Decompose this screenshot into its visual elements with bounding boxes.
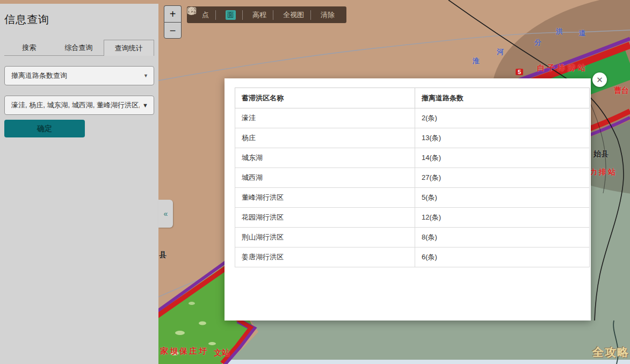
query-type-value: 撤离道路条数查询 bbox=[11, 71, 140, 81]
tool-full-extent-label: 全视图 bbox=[283, 10, 304, 20]
tab-query-statistics[interactable]: 查询统计 bbox=[104, 40, 154, 56]
tool-full-extent[interactable]: 全视图 bbox=[273, 10, 310, 20]
tool-elevation[interactable]: 高程 bbox=[243, 10, 273, 20]
road-count-cell: 2(条) bbox=[415, 108, 590, 128]
tool-area-label: 面 bbox=[226, 10, 236, 20]
road-count-cell: 27(条) bbox=[415, 168, 590, 188]
table-row: 城东湖14(条) bbox=[235, 148, 590, 168]
table-row: 花园湖行洪区12(条) bbox=[235, 208, 590, 228]
road-count-cell: 6(条) bbox=[415, 247, 590, 267]
table-row: 姜唐湖行洪区6(条) bbox=[235, 247, 590, 267]
chevron-left-double-icon: « bbox=[164, 209, 168, 218]
table-row: 濠洼2(条) bbox=[235, 108, 590, 128]
tab-bar: 搜索 综合查询 查询统计 bbox=[4, 40, 154, 56]
zoom-control: + − bbox=[164, 5, 182, 39]
evacuation-roads-table: 蓄滞洪区名称 撤离道路条数 濠洼2(条)杨庄13(条)城东湖14(条)城西湖27… bbox=[235, 88, 590, 267]
query-result-dialog: ✕ 蓄滞洪区名称 撤离道路条数 濠洼2(条)杨庄13(条)城东湖14(条)城西湖… bbox=[225, 78, 591, 321]
map-toolbar: 点 面 高程 全视图 bbox=[187, 6, 346, 23]
area-name-cell: 董峰湖行洪区 bbox=[235, 188, 415, 208]
query-type-select[interactable]: 撤离道路条数查询 ▼ bbox=[4, 66, 154, 85]
chevron-down-icon: ▼ bbox=[143, 73, 148, 78]
tab-search[interactable]: 搜索 bbox=[4, 40, 54, 56]
tool-clear[interactable]: 清除 bbox=[311, 10, 341, 20]
zoom-out-button[interactable]: − bbox=[164, 22, 182, 39]
road-count-cell: 13(条) bbox=[415, 128, 590, 148]
area-name-cell: 花园湖行洪区 bbox=[235, 208, 415, 228]
column-header-road-count: 撤离道路条数 bbox=[415, 88, 590, 108]
table-row: 城西湖27(条) bbox=[235, 168, 590, 188]
area-multiselect-value: 濠洼, 杨庄, 城东湖, 城西湖, 董峰湖行洪区, 花园湖行洪区, 荆山湖行洪区… bbox=[11, 100, 140, 110]
road-count-cell: 14(条) bbox=[415, 148, 590, 168]
road-count-cell: 12(条) bbox=[415, 208, 590, 228]
column-header-area-name: 蓄滞洪区名称 bbox=[235, 88, 415, 108]
chevron-down-icon: ▼ bbox=[142, 102, 148, 108]
close-icon[interactable]: ✕ bbox=[592, 72, 607, 87]
area-multiselect[interactable]: 濠洼, 杨庄, 城东湖, 城西湖, 董峰湖行洪区, 花园湖行洪区, 荆山湖行洪区… bbox=[4, 96, 154, 115]
area-name-cell: 濠洼 bbox=[235, 108, 415, 128]
table-row: 杨庄13(条) bbox=[235, 128, 590, 148]
tool-elevation-label: 高程 bbox=[252, 10, 266, 20]
tool-clear-label: 清除 bbox=[321, 10, 335, 20]
info-query-panel: 信息查询 搜索 综合查询 查询统计 撤离道路条数查询 ▼ 濠洼, 杨庄, 城东湖… bbox=[0, 4, 158, 364]
table-row: 荆山湖行洪区8(条) bbox=[235, 228, 590, 247]
road-count-cell: 5(条) bbox=[415, 188, 590, 208]
area-name-cell: 城西湖 bbox=[235, 168, 415, 188]
zoom-in-button[interactable]: + bbox=[164, 5, 182, 22]
road-count-cell: 8(条) bbox=[415, 228, 590, 247]
panel-title: 信息查询 bbox=[4, 12, 154, 27]
table-header-row: 蓄滞洪区名称 撤离道路条数 bbox=[235, 88, 590, 108]
sidebar-collapse-handle[interactable]: « bbox=[158, 200, 173, 228]
app-window: 淮 河 分 洪 道 5 白子排涝站 曹台 始县 力排站 家坝保庄圩 文站 县 全… bbox=[0, 0, 630, 364]
confirm-button[interactable]: 确定 bbox=[4, 120, 85, 137]
area-name-cell: 姜唐湖行洪区 bbox=[235, 247, 415, 267]
area-name-cell: 城东湖 bbox=[235, 148, 415, 168]
table-row: 董峰湖行洪区5(条) bbox=[235, 188, 590, 208]
area-name-cell: 荆山湖行洪区 bbox=[235, 228, 415, 247]
tool-area[interactable]: 面 bbox=[216, 10, 242, 20]
modal-table-body: 濠洼2(条)杨庄13(条)城东湖14(条)城西湖27(条)董峰湖行洪区5(条)花… bbox=[235, 108, 590, 267]
tab-comprehensive-query[interactable]: 综合查询 bbox=[54, 40, 103, 56]
tool-point-label: 点 bbox=[202, 10, 209, 20]
area-name-cell: 杨庄 bbox=[235, 128, 415, 148]
